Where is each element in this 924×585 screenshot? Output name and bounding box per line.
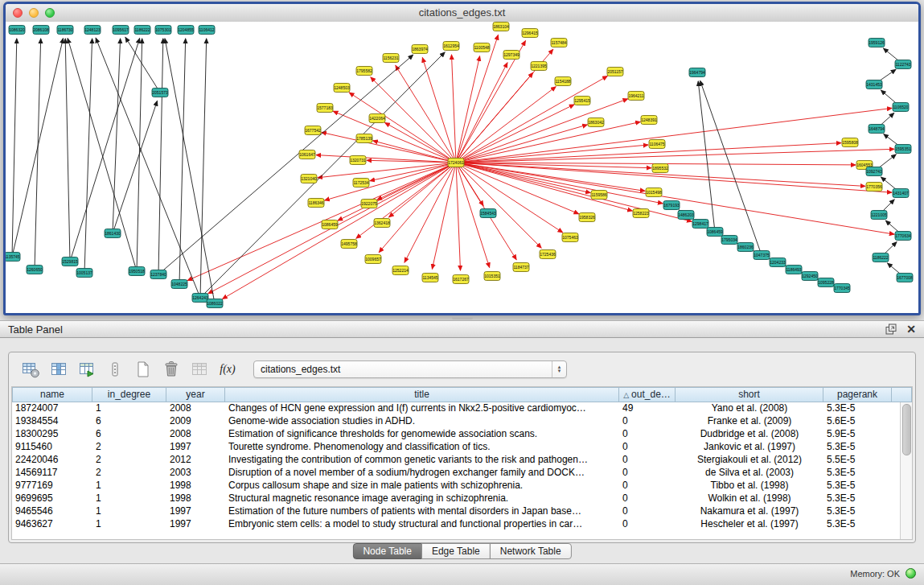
- network-node[interactable]: 1252214: [392, 266, 409, 275]
- network-node[interactable]: 1431453: [866, 80, 882, 89]
- network-node[interactable]: 1106520: [893, 103, 909, 112]
- function-builder-button[interactable]: f(x): [217, 359, 238, 380]
- network-node[interactable]: 1320731: [350, 156, 366, 165]
- network-node[interactable]: 1092743: [866, 167, 882, 176]
- table-row[interactable]: 946554611997Estimation of the future num…: [12, 505, 900, 518]
- column-header-short[interactable]: short: [676, 387, 823, 402]
- network-node[interactable]: 1122743: [895, 60, 911, 69]
- table-row[interactable]: 1938455462009Genome-wide association stu…: [12, 415, 900, 428]
- network-node[interactable]: 1106412: [199, 26, 215, 35]
- close-panel-icon[interactable]: ✕: [906, 323, 916, 335]
- network-node[interactable]: 1061647: [299, 150, 315, 159]
- network-node[interactable]: 2051157: [607, 68, 623, 76]
- network-node[interactable]: 1577183: [317, 104, 333, 113]
- table-row[interactable]: 969969511998Structural magnetic resonanc…: [12, 492, 900, 505]
- network-node[interactable]: 1005137: [76, 269, 92, 278]
- network-node[interactable]: 1221395: [531, 62, 547, 71]
- network-node[interactable]: 1863974: [412, 45, 428, 54]
- tab-node-table[interactable]: Node Table: [352, 543, 422, 559]
- network-node[interactable]: 1964211: [628, 92, 644, 101]
- scrollbar-thumb[interactable]: [902, 404, 911, 455]
- tab-edge-table[interactable]: Edge Table: [421, 543, 491, 559]
- network-node[interactable]: 1086022: [207, 299, 223, 308]
- network-node[interactable]: 1100548: [474, 43, 490, 52]
- network-node[interactable]: 1204233: [770, 258, 786, 267]
- network-node[interactable]: 1770345: [834, 284, 850, 293]
- network-node[interactable]: 1795582: [356, 67, 372, 76]
- network-node[interactable]: 1086459: [322, 220, 338, 229]
- network-node[interactable]: 1486203: [678, 211, 694, 220]
- network-node[interactable]: 2051573: [152, 89, 168, 97]
- network-canvas[interactable]: 1724061186304212954151154188122139512973…: [6, 22, 918, 313]
- network-node[interactable]: 1237840: [150, 270, 166, 279]
- network-node[interactable]: 1048225: [171, 280, 187, 289]
- network-node[interactable]: 1922075: [361, 200, 377, 208]
- network-node[interactable]: 1785139: [356, 134, 372, 143]
- network-node[interactable]: 1595351: [895, 145, 911, 154]
- table-scrollbar[interactable]: [900, 402, 912, 539]
- float-window-icon[interactable]: [885, 323, 897, 335]
- network-node[interactable]: 1860236: [737, 243, 754, 252]
- table-row[interactable]: 1830029562008Estimation of significance …: [12, 428, 900, 441]
- network-node[interactable]: 1863042: [588, 118, 604, 127]
- column-selector-button[interactable]: [48, 359, 69, 380]
- table-row[interactable]: 1456911722003Disruption of a novel membe…: [12, 467, 900, 480]
- network-node[interactable]: 1095617: [113, 26, 129, 35]
- network-node[interactable]: 1184737: [513, 263, 529, 272]
- network-node[interactable]: 1134545: [422, 274, 438, 282]
- network-node[interactable]: 1015351: [484, 272, 500, 281]
- network-node[interactable]: 1679193: [663, 201, 680, 210]
- network-node[interactable]: 1795034: [721, 236, 737, 245]
- network-node[interactable]: 1529815: [62, 257, 78, 266]
- network-node[interactable]: 1154188: [555, 77, 571, 86]
- network-node[interactable]: 1770356: [866, 183, 882, 192]
- column-header-out-degree[interactable]: △out_de…: [619, 387, 676, 402]
- network-node[interactable]: 1075463: [562, 233, 578, 242]
- network-node[interactable]: 1863104: [493, 23, 509, 31]
- network-node[interactable]: 1204855: [178, 26, 194, 35]
- network-node[interactable]: 1964794: [689, 68, 705, 77]
- network-node[interactable]: 1295415: [574, 97, 590, 105]
- network-node[interactable]: 1958326: [579, 213, 595, 222]
- network-node[interactable]: 1584543: [480, 209, 496, 218]
- new-table-button[interactable]: [133, 359, 154, 380]
- table-selector-combobox[interactable]: citations_edges.txt ▲ ▼: [253, 360, 567, 378]
- network-node[interactable]: 1617267: [453, 275, 469, 284]
- network-node[interactable]: 1677542: [305, 126, 321, 135]
- network-node[interactable]: 1260650: [27, 266, 43, 274]
- network-node[interactable]: 1075301: [155, 26, 171, 35]
- network-node[interactable]: 1258223: [633, 209, 649, 218]
- network-node[interactable]: 1648794: [869, 125, 885, 134]
- network-node[interactable]: 1157484: [551, 39, 567, 47]
- network-node[interactable]: 1677008: [897, 274, 913, 282]
- network-node[interactable]: 1770634: [895, 232, 911, 241]
- network-graph[interactable]: 1724061186304212954151154188122139512973…: [6, 22, 918, 313]
- network-node[interactable]: 1612954: [443, 42, 459, 51]
- network-node[interactable]: 1362418: [374, 219, 390, 228]
- table-row[interactable]: 946362711997Embryonic stem cells: a mode…: [12, 518, 900, 531]
- import-table-button[interactable]: [76, 359, 97, 380]
- network-node[interactable]: 1296415: [522, 29, 538, 38]
- network-node[interactable]: 1086459: [707, 228, 723, 237]
- table-row[interactable]: 911546021997Tourette syndrome. Phenomeno…: [12, 441, 900, 454]
- network-node[interactable]: 1248391: [641, 116, 657, 125]
- network-node[interactable]: 1248123: [84, 26, 101, 35]
- column-tools-button[interactable]: [105, 359, 125, 380]
- network-node[interactable]: 1292450: [802, 272, 818, 281]
- network-node[interactable]: 1186346: [308, 199, 324, 208]
- column-header-pagerank[interactable]: pagerank: [823, 387, 892, 402]
- network-node[interactable]: 1186730: [57, 26, 73, 35]
- table-row[interactable]: 977716911998Corpus callosum shape and si…: [12, 480, 900, 492]
- network-node[interactable]: 2086108: [33, 26, 49, 35]
- network-node[interactable]: 1724061: [448, 159, 464, 167]
- merge-table-button[interactable]: [189, 359, 210, 380]
- network-node[interactable]: 1861430: [105, 229, 121, 238]
- network-node[interactable]: 1106475: [649, 140, 665, 149]
- network-node[interactable]: 1156231: [383, 54, 399, 63]
- column-header-name[interactable]: name: [12, 387, 92, 402]
- column-header-year[interactable]: year: [166, 387, 225, 402]
- network-node[interactable]: 1009657: [365, 255, 381, 264]
- network-node[interactable]: 1135745: [6, 253, 20, 262]
- network-node[interactable]: 1186222: [134, 26, 150, 35]
- network-node[interactable]: 1422064: [369, 114, 385, 123]
